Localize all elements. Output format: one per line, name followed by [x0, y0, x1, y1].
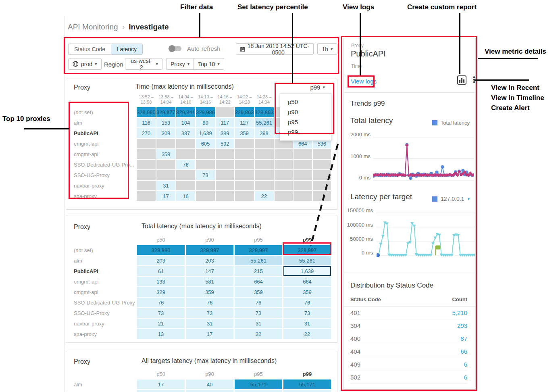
heatmap-cell[interactable]: 359: [156, 149, 175, 159]
heatmap-cell[interactable]: 22: [235, 329, 282, 339]
proxy-row-label[interactable]: SSO-Dedicated-UG-Proxy: [74, 298, 136, 307]
heatmap-cell[interactable]: 117: [216, 118, 234, 127]
environment-button[interactable]: prod ▾: [68, 58, 102, 70]
heatmap-cell[interactable]: 581: [186, 277, 233, 286]
heatmap-cell[interactable]: [137, 170, 156, 180]
heatmap-cell[interactable]: [255, 149, 274, 159]
heatmap-cell[interactable]: 61: [137, 266, 185, 276]
heatmap-cell[interactable]: [235, 170, 254, 180]
heatmap-cell[interactable]: [275, 170, 293, 180]
proxy-row-label[interactable]: (not set): [74, 245, 136, 255]
proxy-row-label[interactable]: spa-proxy: [74, 329, 136, 339]
percentile-option-p90[interactable]: p90: [280, 107, 331, 117]
heatmap-cell[interactable]: [196, 191, 215, 201]
status-count-link[interactable]: 66: [460, 348, 467, 355]
heatmap-cell[interactable]: [235, 181, 254, 190]
proxy-row-label[interactable]: navbar-proxy: [74, 319, 136, 328]
heatmap-cell[interactable]: 22: [283, 329, 331, 339]
proxy-row-label[interactable]: PublicAPI: [74, 266, 136, 276]
heatmap-cell[interactable]: 55,261: [235, 256, 282, 265]
proxy-row-label[interactable]: cmgmt-api: [74, 287, 136, 297]
heatmap-cell[interactable]: 55,171: [283, 379, 331, 389]
heatmap-cell[interactable]: 31: [283, 319, 331, 328]
heatmap-cell[interactable]: 270: [137, 128, 156, 138]
tab-latency[interactable]: Latency: [111, 44, 143, 55]
status-count-link[interactable]: 6: [464, 374, 467, 381]
proxy-row-label[interactable]: emgmt-api: [74, 139, 136, 148]
duration-button[interactable]: 1h ▾: [317, 43, 337, 55]
tab-status-code[interactable]: Status Code: [68, 44, 111, 55]
heatmap-cell[interactable]: 73: [235, 308, 282, 318]
heatmap-cell[interactable]: 308: [156, 128, 175, 138]
status-count-link[interactable]: 5,210: [452, 309, 467, 316]
heatmap-cell[interactable]: 329,986: [196, 107, 215, 117]
heatmap-cell[interactable]: 329,990: [137, 245, 185, 255]
proxy-row-label[interactable]: PublicAPI: [74, 128, 136, 138]
heatmap-cell[interactable]: 55,261: [283, 256, 331, 265]
heatmap-cell[interactable]: [156, 170, 175, 180]
proxy-row-label[interactable]: (not set): [74, 107, 136, 117]
heatmap-cell[interactable]: 22: [255, 191, 274, 201]
heatmap-cell[interactable]: [137, 390, 185, 392]
heatmap-cell[interactable]: 73: [196, 170, 215, 180]
heatmap-cell[interactable]: 16: [176, 191, 195, 201]
heatmap-cell[interactable]: 329,990: [137, 107, 156, 117]
heatmap-cell[interactable]: [216, 160, 234, 169]
heatmap-cell[interactable]: [255, 170, 274, 180]
heatmap-cell[interactable]: [186, 390, 233, 392]
heatmap-cell[interactable]: 147: [186, 266, 233, 276]
heatmap-cell[interactable]: [216, 107, 234, 117]
heatmap-cell[interactable]: [255, 139, 274, 148]
heatmap-cell[interactable]: [275, 181, 293, 190]
heatmap-cell[interactable]: 31: [186, 319, 233, 328]
status-count-link[interactable]: 293: [457, 322, 467, 329]
heatmap-cell[interactable]: 40: [186, 379, 233, 389]
heatmap-cell[interactable]: 76: [186, 298, 233, 307]
heatmap-cell[interactable]: 337: [176, 128, 195, 138]
heatmap-cell[interactable]: [235, 160, 254, 169]
proxy-row-label[interactable]: emgmt-api: [74, 277, 136, 286]
heatmap-cell[interactable]: 133: [137, 277, 185, 286]
proxy-row-label[interactable]: SSO-UG-Proxy: [74, 170, 136, 180]
heatmap-cell[interactable]: 13: [137, 329, 185, 339]
heatmap-cell[interactable]: 17: [137, 379, 185, 389]
heatmap-cell[interactable]: 203: [137, 256, 185, 265]
heatmap-cell[interactable]: 215: [235, 266, 282, 276]
heatmap-cell[interactable]: [156, 139, 175, 148]
heatmap-cell[interactable]: 76: [137, 298, 185, 307]
heatmap-cell[interactable]: 76: [283, 298, 331, 307]
heatmap-cell[interactable]: 329,997: [235, 245, 282, 255]
heatmap-cell[interactable]: [275, 149, 293, 159]
custom-report-icon[interactable]: [457, 75, 466, 85]
proxy-row-label[interactable]: spa-proxy: [74, 191, 136, 201]
proxy-row-label[interactable]: alm: [74, 118, 136, 127]
heatmap-cell[interactable]: 359: [186, 287, 233, 297]
heatmap-cell[interactable]: [137, 149, 156, 159]
proxy-row-label[interactable]: alm: [74, 379, 136, 389]
heatmap-cell[interactable]: 73: [186, 308, 233, 318]
heatmap-cell[interactable]: 389: [216, 128, 234, 138]
heatmap-cell[interactable]: 329,877: [156, 107, 175, 117]
heatmap-cell[interactable]: 55,261: [255, 118, 274, 127]
heatmap-cell[interactable]: 359: [283, 287, 331, 297]
heatmap-cell[interactable]: 104: [176, 118, 195, 127]
heatmap-cell[interactable]: [216, 181, 234, 190]
heatmap-cell[interactable]: [196, 181, 215, 190]
percentile-select[interactable]: p99 ▾: [310, 84, 325, 91]
proxy-row-label[interactable]: SSO-Dedicated-UG-Pro...: [74, 160, 136, 169]
status-count-link[interactable]: 6: [464, 361, 467, 368]
heatmap-cell[interactable]: 153: [156, 118, 175, 127]
heatmap-cell[interactable]: [255, 160, 274, 169]
heatmap-cell[interactable]: [176, 139, 195, 148]
heatmap-cell[interactable]: 329: [137, 287, 185, 297]
heatmap-cell[interactable]: 73: [137, 308, 185, 318]
proxy-row-label[interactable]: cmgmt-api: [74, 149, 136, 159]
percentile-option-p50[interactable]: p50: [280, 97, 331, 107]
proxy-filter-button[interactable]: Proxy ▾: [166, 58, 194, 70]
percentile-option-p95[interactable]: p95: [280, 117, 331, 127]
heatmap-cell[interactable]: [176, 170, 195, 180]
heatmap-cell[interactable]: [216, 191, 234, 201]
heatmap-cell[interactable]: [275, 191, 293, 201]
heatmap-cell[interactable]: [137, 191, 156, 201]
heatmap-cell[interactable]: 329,997: [186, 245, 233, 255]
